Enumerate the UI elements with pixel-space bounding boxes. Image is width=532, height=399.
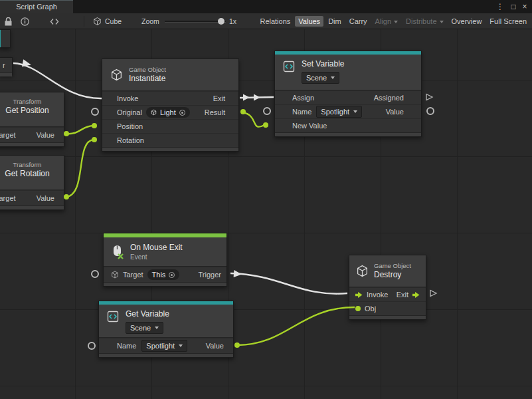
- output-port-value[interactable]: [426, 107, 434, 115]
- port-invoke[interactable]: Invoke: [367, 291, 388, 299]
- cube-icon: [93, 17, 102, 26]
- object-field[interactable]: Light: [146, 107, 190, 118]
- chevron-down-icon: [155, 327, 159, 329]
- port-original[interactable]: Original: [117, 108, 142, 116]
- carry-button[interactable]: Carry: [346, 16, 371, 27]
- port-target[interactable]: Target: [123, 271, 143, 279]
- node-get-rotation[interactable]: Transform Get Rotation Target Value: [0, 155, 64, 210]
- cube-icon: [151, 109, 157, 116]
- chevron-down-icon: [353, 110, 357, 113]
- align-button[interactable]: Align: [372, 16, 401, 27]
- node-instantiate[interactable]: Game Object Instantiate Invoke Exit Orig…: [102, 59, 239, 152]
- node-title: Instantiate: [129, 74, 166, 84]
- port-assign[interactable]: Assign: [292, 94, 314, 102]
- port-exit[interactable]: Exit: [213, 94, 225, 102]
- variable-name-value: Spotlight: [146, 341, 175, 350]
- node-get-variable[interactable]: Get Variable Scene Name Spotlight Value: [98, 301, 234, 358]
- variable-icon: [106, 309, 120, 324]
- window-menu-icon[interactable]: ⋮: [495, 0, 505, 13]
- port-exit[interactable]: Exit: [397, 291, 408, 299]
- node-destroy[interactable]: Game Object Destroy Invoke Exit Obj: [349, 255, 426, 320]
- port-new-value[interactable]: New Value: [292, 122, 327, 130]
- scope-dropdown[interactable]: Scene: [126, 322, 163, 334]
- port-target[interactable]: Target: [0, 131, 16, 139]
- target-name: Cube: [105, 17, 122, 25]
- graph-toolbar: Cube Zoom 1x Relations Values Dim Carry …: [0, 13, 532, 29]
- relations-button[interactable]: Relations: [256, 16, 294, 27]
- node-subtitle: Event: [130, 253, 183, 261]
- code-icon[interactable]: [49, 17, 60, 26]
- port-name[interactable]: Name: [292, 108, 311, 116]
- port-invoke[interactable]: Invoke: [117, 94, 138, 102]
- chevron-down-icon: [331, 76, 335, 79]
- node-footer: [104, 282, 226, 286]
- tab-bar: Script Graph ⋮ □ ×: [0, 0, 532, 13]
- port-target[interactable]: Target: [0, 194, 16, 202]
- variable-icon: [282, 59, 296, 74]
- info-icon[interactable]: [19, 17, 30, 26]
- port-dot[interactable]: [355, 306, 361, 311]
- chevron-down-icon: [179, 344, 183, 347]
- port-value[interactable]: Value: [206, 342, 224, 350]
- node-footer: [0, 142, 64, 146]
- variable-name-dropdown[interactable]: Spotlight: [141, 340, 187, 352]
- node-category: Transform: [0, 161, 64, 169]
- port-result[interactable]: Result: [205, 108, 225, 116]
- port-value[interactable]: Value: [37, 131, 54, 139]
- port-position[interactable]: Position: [117, 122, 143, 130]
- mouse-icon: [110, 245, 125, 259]
- node-title: On Mouse Exit: [130, 243, 183, 253]
- object-field[interactable]: This: [147, 269, 180, 280]
- port-rotation[interactable]: Rotation: [117, 136, 144, 144]
- fullscreen-button[interactable]: Full Screen: [486, 16, 530, 27]
- node-set-variable[interactable]: Set Variable Scene Assign Assigned Name …: [274, 51, 422, 137]
- port-obj[interactable]: Obj: [365, 305, 376, 313]
- lock-icon[interactable]: [3, 17, 13, 26]
- distribute-button[interactable]: Distribute: [402, 16, 446, 27]
- close-icon[interactable]: ×: [519, 0, 530, 13]
- graph-canvas[interactable]: r Transform Get Position Target Value Tr…: [0, 29, 532, 399]
- port-trigger[interactable]: Trigger: [199, 271, 221, 279]
- clipped-event-node[interactable]: r: [0, 57, 13, 75]
- object-field-value: This: [152, 270, 166, 279]
- node-footer: [99, 353, 233, 357]
- cube-icon: [355, 264, 369, 279]
- overview-button[interactable]: Overview: [448, 16, 486, 27]
- target-picker-icon[interactable]: [169, 272, 175, 278]
- node-category: Game Object: [129, 66, 166, 74]
- values-button[interactable]: Values: [295, 16, 323, 27]
- input-port-original[interactable]: [91, 108, 99, 116]
- scope-dropdown[interactable]: Scene: [302, 72, 339, 84]
- zoom-label: Zoom: [141, 17, 159, 25]
- cube-icon: [109, 68, 124, 82]
- graph-target[interactable]: Cube: [93, 16, 122, 27]
- zoom-slider-handle[interactable]: [218, 18, 224, 25]
- node-category: Transform: [0, 98, 64, 106]
- node-footer: [0, 205, 64, 209]
- port-assigned[interactable]: Assigned: [374, 94, 404, 102]
- node-get-position[interactable]: Transform Get Position Target Value: [0, 92, 64, 147]
- clipped-node-fragment[interactable]: [0, 29, 11, 48]
- dim-button[interactable]: Dim: [325, 16, 345, 27]
- zoom-slider[interactable]: [165, 18, 226, 25]
- port-value[interactable]: Value: [386, 108, 404, 116]
- input-port-name[interactable]: [263, 107, 271, 115]
- tab-script-graph[interactable]: Script Graph: [0, 0, 73, 13]
- input-port-name[interactable]: [88, 342, 96, 350]
- scope-value: Scene: [130, 323, 151, 332]
- flow-arrow-icon: [412, 292, 420, 298]
- target-picker-icon[interactable]: [179, 110, 185, 116]
- node-title: Get Position: [0, 106, 64, 116]
- node-title: Destroy: [374, 270, 411, 280]
- chevron-down-icon: [394, 21, 398, 23]
- node-category: Game Object: [374, 262, 411, 270]
- object-field-value: Light: [160, 108, 176, 117]
- node-on-mouse-exit[interactable]: On Mouse Exit Event Target This Trigger: [103, 233, 227, 287]
- port-name[interactable]: Name: [117, 342, 136, 350]
- zoom-slider-track[interactable]: [165, 21, 226, 23]
- maximize-icon[interactable]: □: [508, 0, 519, 13]
- variable-name-dropdown[interactable]: Spotlight: [316, 106, 362, 118]
- node-title: Get Rotation: [0, 169, 64, 179]
- port-value[interactable]: Value: [37, 194, 54, 202]
- input-port-target[interactable]: [91, 270, 99, 278]
